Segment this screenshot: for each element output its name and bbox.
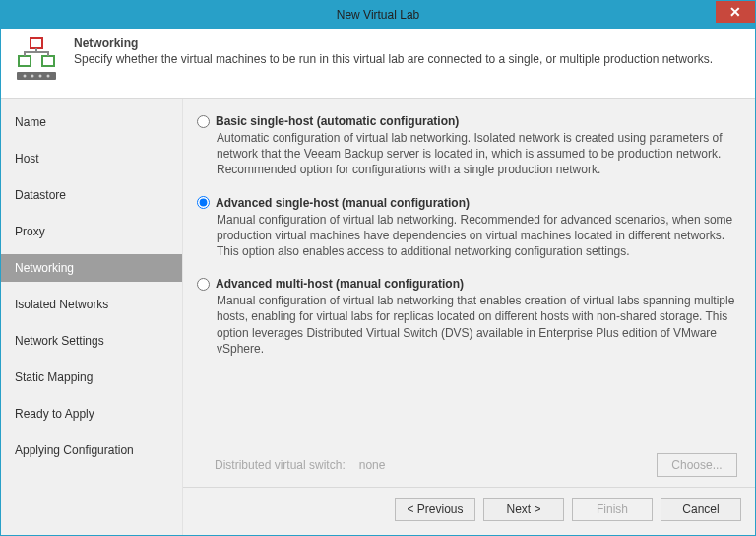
wizard-sidebar: Name Host Datastore Proxy Networking Iso… (1, 99, 183, 535)
radio-advanced-single-host[interactable] (197, 196, 210, 209)
option-adv-multi-header[interactable]: Advanced multi-host (manual configuratio… (197, 277, 737, 291)
option-advanced-single-host: Advanced single-host (manual configurati… (197, 196, 737, 260)
option-basic-title: Basic single-host (automatic configurati… (216, 114, 459, 128)
sidebar-item-name[interactable]: Name (1, 108, 182, 136)
svg-rect-3 (17, 72, 56, 80)
sidebar-item-isolated-networks[interactable]: Isolated Networks (1, 291, 182, 318)
sidebar-item-datastore[interactable]: Datastore (1, 181, 182, 209)
wizard-content: Basic single-host (automatic configurati… (183, 99, 755, 535)
close-icon: ✕ (729, 4, 741, 20)
dvs-row: Distributed virtual switch: none Choose.… (183, 453, 755, 487)
svg-rect-2 (42, 56, 54, 66)
wizard-footer: < Previous Next > Finish Cancel (183, 487, 755, 535)
svg-point-6 (39, 75, 42, 78)
sidebar-item-static-mapping[interactable]: Static Mapping (1, 364, 182, 391)
option-advanced-multi-host: Advanced multi-host (manual configuratio… (197, 277, 737, 357)
option-adv-single-title: Advanced single-host (manual configurati… (216, 196, 470, 210)
svg-rect-1 (19, 56, 31, 66)
option-basic-single-host: Basic single-host (automatic configurati… (197, 114, 737, 178)
finish-button: Finish (572, 498, 653, 521)
option-adv-single-desc: Manual configuration of virtual lab netw… (217, 212, 737, 260)
networking-icon (13, 36, 60, 84)
radio-advanced-multi-host[interactable] (197, 278, 210, 291)
sidebar-item-applying-configuration[interactable]: Applying Configuration (1, 436, 182, 464)
page-title: Networking (74, 36, 713, 50)
option-adv-multi-desc: Manual configuration of virtual lab netw… (217, 293, 737, 357)
svg-point-7 (47, 75, 50, 78)
wizard-body: Name Host Datastore Proxy Networking Iso… (1, 99, 755, 535)
wizard-window: New Virtual Lab ✕ Networking Specify whe… (0, 0, 756, 536)
next-button[interactable]: Next > (483, 498, 564, 521)
window-close-button[interactable]: ✕ (716, 1, 755, 23)
option-basic-desc: Automatic configuration of virtual lab n… (217, 130, 737, 178)
cancel-button[interactable]: Cancel (661, 498, 741, 521)
svg-rect-0 (31, 38, 42, 48)
sidebar-item-proxy[interactable]: Proxy (1, 218, 182, 245)
choose-dvs-button: Choose... (657, 453, 737, 477)
sidebar-item-networking[interactable]: Networking (1, 254, 182, 282)
titlebar: New Virtual Lab ✕ (1, 1, 755, 29)
wizard-header-text: Networking Specify whether the virtual m… (74, 36, 713, 66)
wizard-header: Networking Specify whether the virtual m… (1, 29, 755, 99)
radio-basic-single-host[interactable] (197, 115, 210, 128)
sidebar-item-host[interactable]: Host (1, 145, 182, 172)
previous-button[interactable]: < Previous (395, 498, 475, 521)
option-adv-single-header[interactable]: Advanced single-host (manual configurati… (197, 196, 737, 210)
svg-point-5 (32, 75, 34, 78)
option-basic-header[interactable]: Basic single-host (automatic configurati… (197, 114, 737, 128)
dvs-label: Distributed virtual switch: (215, 458, 346, 472)
sidebar-item-network-settings[interactable]: Network Settings (1, 327, 182, 355)
sidebar-item-ready-to-apply[interactable]: Ready to Apply (1, 400, 182, 428)
svg-point-4 (24, 75, 27, 78)
option-adv-multi-title: Advanced multi-host (manual configuratio… (216, 277, 464, 291)
dvs-value: none (359, 458, 386, 472)
options-pane: Basic single-host (automatic configurati… (183, 99, 755, 453)
window-title: New Virtual Lab (337, 8, 420, 22)
page-subtitle: Specify whether the virtual machines to … (74, 52, 713, 66)
